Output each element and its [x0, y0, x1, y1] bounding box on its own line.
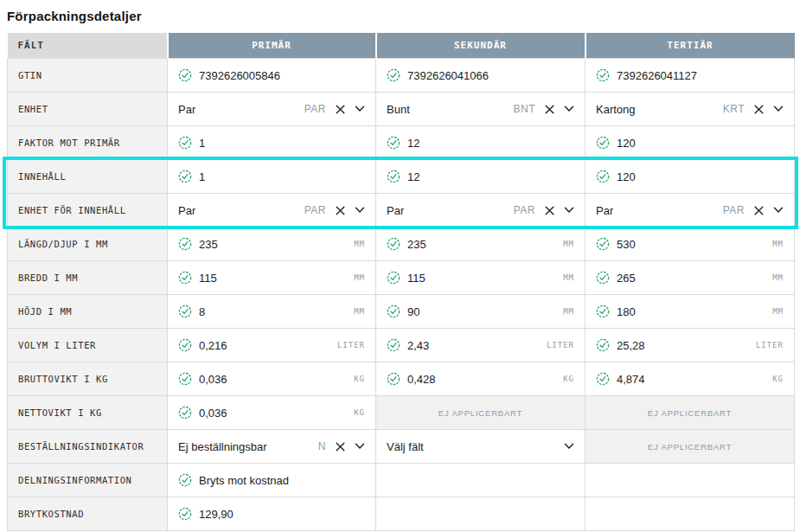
check-icon: [178, 271, 192, 285]
table-cell: 0,036KG: [168, 396, 376, 430]
select-controls: PAR: [723, 204, 784, 216]
unit-label: KG: [354, 375, 365, 383]
cell-value: 7392626005846: [199, 69, 280, 82]
table-row: BRUTTOVIKT I KG0,036KG0,428KG4,874KG: [8, 362, 795, 396]
clear-icon[interactable]: [545, 105, 554, 114]
select-cell[interactable]: ParPAR: [168, 93, 376, 126]
table-cell: 0,216LITER: [168, 329, 376, 362]
cell-value: 530: [617, 238, 636, 251]
unit-label: LITER: [756, 341, 784, 349]
chevron-down-icon[interactable]: [355, 207, 365, 214]
check-icon: [178, 372, 192, 386]
table-row: HÖJD I MM8MM90MM180MM: [8, 295, 795, 329]
cell-value: Bryts mot kostnad: [199, 474, 289, 487]
select-value: Par: [178, 204, 195, 217]
table-cell: EJ APPLICERBART: [376, 396, 586, 430]
select-controls: [564, 443, 574, 450]
cell-value: 120: [617, 137, 636, 150]
check-icon: [596, 304, 610, 318]
chevron-down-icon[interactable]: [773, 207, 784, 214]
cell-value: 0,216: [199, 339, 227, 352]
clear-icon[interactable]: [754, 206, 764, 215]
check-icon: [596, 68, 610, 82]
select-cell[interactable]: KartongKRT: [586, 93, 795, 126]
select-cell[interactable]: ParPAR: [168, 194, 376, 228]
select-controls: PAR: [304, 103, 365, 115]
field-label: HÖJD I MM: [8, 295, 168, 329]
table-cell: 1: [168, 160, 376, 194]
cell-value: 8: [199, 305, 205, 318]
unit-label: MM: [772, 273, 784, 282]
field-label: DELNINGSINFORMATION: [8, 464, 168, 497]
field-label: ENHET: [8, 93, 168, 126]
chevron-down-icon[interactable]: [564, 443, 574, 450]
field-label: BRUTTOVIKT I KG: [8, 362, 168, 396]
cell-value: 0,428: [407, 373, 436, 386]
clear-icon[interactable]: [754, 105, 764, 114]
table-cell: 129,90: [168, 497, 376, 531]
cell-value: 115: [199, 272, 217, 285]
cell-value: 115: [407, 272, 426, 285]
table-cell: 7392626041127: [586, 59, 795, 93]
select-cell[interactable]: ParPAR: [586, 194, 795, 228]
select-cell[interactable]: ParPAR: [376, 194, 586, 228]
check-icon: [178, 304, 192, 318]
table-row: BRYTKOSTNAD129,90: [8, 497, 795, 531]
clear-icon[interactable]: [545, 206, 554, 215]
cell-value: 7392626041066: [407, 69, 489, 82]
column-header-sekundär: SEKUNDÄR: [376, 33, 586, 59]
table-row: LÄNGD/DJUP I MM235MM235MM530MM: [8, 228, 795, 261]
field-label: INNEHÅLL: [8, 160, 168, 194]
chevron-down-icon[interactable]: [564, 106, 574, 112]
cell-value: 235: [199, 238, 218, 251]
check-icon: [387, 338, 400, 352]
table-row: NETTOVIKT I KG0,036KGEJ APPLICERBARTEJ A…: [8, 396, 795, 430]
select-cell[interactable]: Ej beställningsbarN: [168, 430, 376, 464]
clear-icon[interactable]: [336, 105, 345, 114]
cell-value: 0,036: [199, 373, 227, 386]
table-row: FAKTOR MOT PRIMÄR112120: [8, 126, 795, 160]
field-label: GTIN: [8, 59, 168, 93]
unit-label: KG: [563, 375, 574, 383]
select-value: Bunt: [387, 103, 410, 116]
table-cell: 0,428KG: [376, 362, 586, 396]
select-cell[interactable]: Välj fält: [376, 430, 586, 464]
cell-value: 90: [407, 305, 419, 318]
check-icon: [596, 136, 610, 150]
field-label: NETTOVIKT I KG: [8, 396, 168, 430]
chevron-down-icon[interactable]: [355, 106, 365, 112]
cell-value: 180: [617, 305, 636, 318]
cell-value: 7392626041127: [617, 69, 697, 82]
chevron-down-icon[interactable]: [564, 207, 574, 214]
cell-value: 1: [199, 170, 205, 183]
unit-label: KG: [772, 375, 784, 383]
table-row: ENHET FÖR INNEHÅLLParPARParPARParPAR: [8, 194, 795, 228]
table-row: BESTÄLLNINGSINDIKATOREj beställningsbarN…: [8, 430, 795, 464]
page-title: Förpackningsdetaljer: [7, 9, 800, 23]
cell-value: 120: [617, 170, 636, 183]
table-cell: 235MM: [376, 228, 586, 261]
table-cell: 530MM: [586, 228, 795, 261]
table-cell: [376, 497, 586, 531]
select-value: Kartong: [596, 103, 636, 116]
check-icon: [387, 68, 400, 82]
chevron-down-icon[interactable]: [355, 443, 365, 450]
check-icon: [387, 136, 400, 150]
check-icon: [178, 338, 192, 352]
select-cell[interactable]: BuntBNT: [376, 93, 586, 126]
table-row: DELNINGSINFORMATIONBryts mot kostnad: [8, 464, 795, 497]
check-icon: [387, 170, 400, 183]
table-cell: 120: [586, 160, 795, 194]
packaging-table-wrap: FÄLTPRIMÄRSEKUNDÄRTERTIÄR GTIN7392626005…: [7, 33, 794, 531]
unit-label: MM: [563, 307, 574, 316]
clear-icon[interactable]: [336, 442, 345, 452]
cell-value: 265: [617, 272, 636, 285]
unit-code: BNT: [514, 103, 536, 115]
cell-value: 129,90: [199, 508, 234, 521]
chevron-down-icon[interactable]: [773, 106, 784, 112]
unit-label: MM: [563, 273, 574, 282]
check-icon: [178, 68, 192, 82]
clear-icon[interactable]: [336, 206, 345, 215]
check-icon: [596, 170, 610, 183]
select-controls: PAR: [304, 204, 365, 216]
